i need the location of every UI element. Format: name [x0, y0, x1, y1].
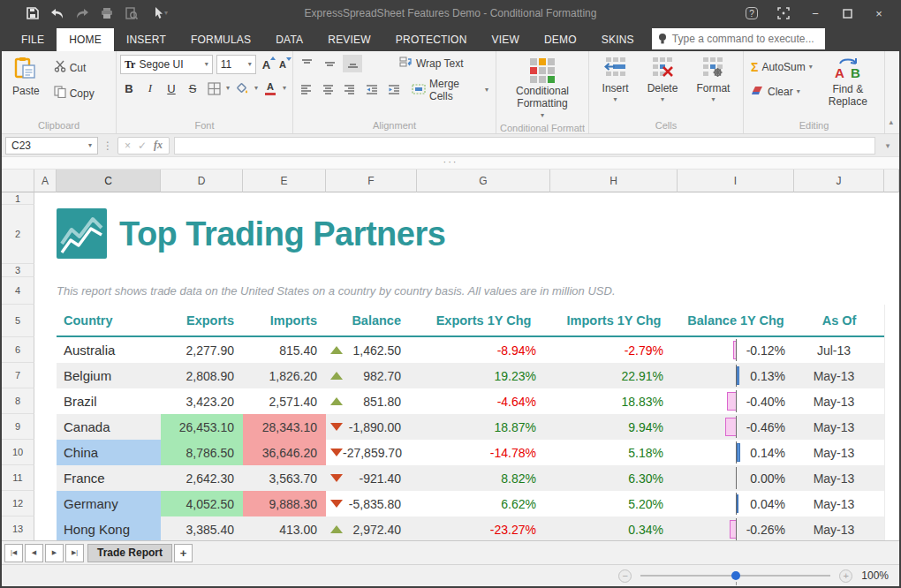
previous-sheet-icon[interactable]: ◀: [25, 544, 43, 562]
tab-home[interactable]: HOME: [57, 28, 114, 51]
cell-imports[interactable]: 1,826.20: [243, 363, 326, 388]
cell-exports[interactable]: 8,786.50: [161, 440, 243, 465]
merge-cells-button[interactable]: Merge Cells ▾: [408, 76, 492, 104]
cell-exports-chg[interactable]: 6.62%: [417, 491, 550, 516]
collapse-ribbon-icon[interactable]: ▴: [889, 117, 893, 126]
font-size-combo[interactable]: 11 ▾: [216, 55, 256, 74]
row-header[interactable]: 2: [2, 205, 34, 264]
cell-balance-chg[interactable]: -0.12%: [678, 337, 794, 363]
tab-file[interactable]: FILE: [9, 28, 57, 51]
cell-asof[interactable]: May-13: [794, 440, 884, 465]
cell-country[interactable]: Belgium: [57, 363, 161, 388]
redo-icon[interactable]: [74, 5, 90, 21]
cell-balance[interactable]: 2,972.40: [326, 516, 417, 540]
cell[interactable]: [884, 363, 899, 388]
align-right-button[interactable]: [341, 81, 360, 99]
col-header-C[interactable]: C: [57, 170, 161, 192]
zoom-out-button[interactable]: −: [618, 569, 632, 583]
print-icon[interactable]: [99, 5, 115, 21]
cell-balance-chg[interactable]: 0.00%: [678, 465, 794, 491]
cell-balance-chg[interactable]: 0.14%: [678, 440, 794, 465]
col-header-H[interactable]: H: [550, 170, 678, 192]
increase-font-button[interactable]: A: [260, 58, 273, 72]
minimize-button[interactable]: −: [802, 4, 829, 22]
cell[interactable]: Top Trading Partners: [34, 205, 899, 264]
cell-imports-chg[interactable]: 0.34%: [550, 516, 678, 540]
header-asof[interactable]: As Of: [794, 305, 884, 335]
touch-mode-icon[interactable]: ▾: [148, 5, 171, 21]
cell-exports[interactable]: 2,277.90: [161, 337, 243, 363]
align-bottom-button[interactable]: [343, 55, 362, 72]
col-header-J[interactable]: J: [794, 170, 884, 192]
save-icon[interactable]: [25, 5, 41, 21]
cell-imports[interactable]: 3,563.70: [243, 465, 326, 491]
cell[interactable]: [884, 305, 899, 337]
cell-asof[interactable]: May-13: [794, 491, 884, 516]
cell-balance-chg[interactable]: -0.46%: [678, 414, 794, 440]
row-header[interactable]: 10: [2, 440, 34, 465]
cell-imports-chg[interactable]: 5.18%: [550, 440, 678, 465]
tab-data[interactable]: DATA: [263, 28, 315, 51]
col-header-D[interactable]: D: [161, 170, 243, 192]
cell-country[interactable]: Hong Kong: [57, 516, 161, 540]
decrease-indent-button[interactable]: [362, 81, 381, 99]
col-header-E[interactable]: E: [243, 170, 326, 192]
increase-indent-button[interactable]: [384, 81, 403, 99]
cell-asof[interactable]: May-13: [794, 388, 884, 414]
cell[interactable]: This report shows trade data on the Unit…: [34, 277, 899, 305]
cell-country[interactable]: Germany: [57, 491, 161, 516]
cell-imports[interactable]: 28,343.10: [243, 414, 326, 440]
cell-imports[interactable]: 9,888.30: [243, 491, 326, 516]
cell-country[interactable]: China: [57, 440, 161, 465]
cell[interactable]: [884, 465, 899, 491]
tab-protection[interactable]: PROTECTION: [383, 28, 480, 51]
conditional-formatting-button[interactable]: Conditional Formatting ▾: [500, 55, 585, 121]
formula-input[interactable]: [174, 137, 875, 155]
copy-button[interactable]: Copy: [50, 84, 98, 102]
zoom-in-button[interactable]: +: [839, 569, 852, 583]
cell[interactable]: [34, 414, 57, 440]
row-header[interactable]: 5: [2, 305, 34, 337]
cell[interactable]: [34, 264, 899, 277]
cell-asof[interactable]: May-13: [794, 465, 884, 491]
tab-skins[interactable]: SKINS: [589, 28, 647, 51]
cancel-entry-icon[interactable]: ×: [125, 139, 131, 152]
zoom-slider-thumb[interactable]: [731, 571, 740, 580]
cell-exports[interactable]: 2,642.30: [161, 465, 243, 491]
focus-mode-button[interactable]: [770, 4, 797, 22]
cell-country[interactable]: Australia: [57, 337, 161, 363]
dropdown-caret-icon[interactable]: ▾: [283, 85, 286, 92]
header-imports[interactable]: Imports: [243, 305, 326, 335]
header-imports-chg[interactable]: Imports 1Y Chg: [550, 305, 678, 335]
confirm-entry-icon[interactable]: ✓: [138, 139, 147, 152]
align-middle-button[interactable]: [320, 55, 339, 72]
add-sheet-button[interactable]: +: [174, 544, 193, 562]
cell[interactable]: [884, 388, 899, 414]
row-header[interactable]: 13: [2, 516, 34, 540]
header-exports-chg[interactable]: Exports 1Y Chg: [417, 305, 550, 335]
dropdown-caret-icon[interactable]: ▾: [254, 85, 258, 92]
col-header-A[interactable]: A: [34, 170, 57, 192]
fill-color-button[interactable]: [233, 79, 251, 97]
cell-imports[interactable]: 2,571.40: [243, 388, 326, 414]
cell-balance[interactable]: -1,890.00: [326, 414, 417, 440]
row-header[interactable]: 12: [2, 491, 34, 516]
cell-country[interactable]: Brazil: [57, 388, 161, 414]
cell-exports-chg[interactable]: -23.27%: [417, 516, 550, 540]
cell-exports[interactable]: 3,423.20: [161, 388, 243, 414]
command-search-box[interactable]: Type a command to execute...: [652, 28, 825, 49]
sheet-tab-trade-report[interactable]: Trade Report: [87, 544, 172, 562]
font-name-combo[interactable]: Tr Segoe UI ▾: [120, 55, 213, 74]
cell-balance[interactable]: -5,835.80: [326, 491, 417, 516]
align-left-button[interactable]: [297, 81, 315, 99]
last-sheet-icon[interactable]: ▶|: [65, 544, 84, 562]
cell[interactable]: [34, 192, 899, 205]
align-top-button[interactable]: [297, 55, 316, 72]
cell-balance[interactable]: 851.80: [326, 388, 417, 414]
cell[interactable]: [34, 305, 57, 337]
cell-balance[interactable]: 982.70: [326, 363, 417, 388]
cell-imports-chg[interactable]: 5.20%: [550, 491, 678, 516]
cell-asof[interactable]: Jul-13: [794, 337, 884, 363]
underline-button[interactable]: U: [163, 79, 180, 97]
cell-exports-chg[interactable]: -4.64%: [417, 388, 550, 414]
